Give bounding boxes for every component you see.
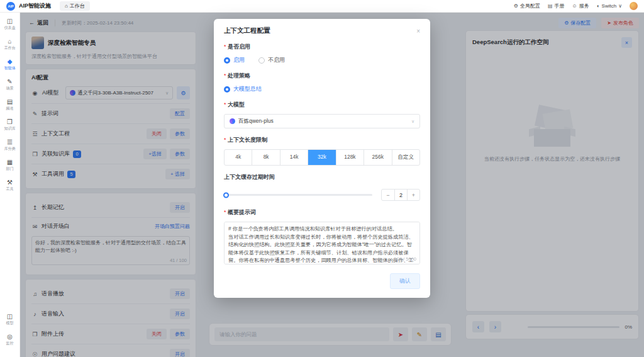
- scene-icon: ✎: [7, 78, 12, 85]
- radio-llm-summary-label: 大模型总结: [233, 85, 262, 93]
- big-model-label: 大模型: [224, 101, 420, 109]
- global-config-menu[interactable]: ⚙ 全局配置: [514, 3, 540, 9]
- modal-close-icon[interactable]: ×: [416, 28, 420, 35]
- tab-workbench-label: 工作台: [70, 3, 85, 9]
- radio-disable[interactable]: 不启用: [258, 56, 285, 64]
- stepper-minus-button[interactable]: −: [382, 190, 394, 200]
- sidebar-label: 库分类: [4, 146, 16, 151]
- sidebar-label: 场景: [6, 86, 14, 91]
- workbench-icon: ⌂: [8, 38, 11, 45]
- summary-prompt-textarea[interactable]: # 你是一个负责将内部工具调用情况和知识库针对于目标进行的对话总结。 当对话工作…: [224, 222, 420, 264]
- sidebar-label: 工作台: [4, 45, 16, 50]
- manual-label: 手册: [555, 3, 565, 9]
- people-icon: ☺: [572, 3, 577, 9]
- modal-title: 上下文工程配置: [224, 26, 270, 35]
- cache-expire-slider[interactable]: [224, 194, 372, 196]
- summary-char-counter: 504 / 5000: [394, 256, 416, 262]
- sidebar-label: 频道: [6, 106, 14, 111]
- sidebar-item-channels[interactable]: ▤ 频道: [6, 98, 14, 111]
- app-title: AIP智能设施: [19, 2, 51, 10]
- sidebar-label: 工具: [6, 186, 14, 191]
- sidebar-item-tools[interactable]: ⚒ 工具: [6, 179, 14, 192]
- service-menu[interactable]: ☺ 服务: [572, 3, 589, 9]
- big-model-select[interactable]: 百炼qwen-plus ∨: [224, 114, 420, 128]
- radio-enable-label: 启用: [233, 56, 245, 64]
- radio-llm-summary[interactable]: 大模型总结: [224, 85, 262, 93]
- big-model-value: 百炼qwen-plus: [238, 118, 274, 125]
- slider-handle[interactable]: [223, 192, 229, 198]
- sidebar-item-workbench[interactable]: ⌂ 工作台: [4, 38, 16, 51]
- radio-dot-icon: [224, 57, 230, 64]
- global-config-label: 全局配置: [520, 3, 540, 9]
- chevron-down-icon: ∨: [618, 3, 622, 9]
- cache-expire-stepper: − 2 +: [381, 189, 420, 201]
- tab-workbench[interactable]: ⌂ 工作台: [60, 1, 90, 11]
- dashboard-icon: ◫: [7, 18, 13, 25]
- context-limit-label: 上下文长度限制: [224, 136, 420, 144]
- manual-menu[interactable]: ▤ 手册: [548, 3, 565, 9]
- user-avatar[interactable]: [630, 2, 638, 10]
- monitor-icon: ◎: [7, 333, 13, 340]
- sidebar-item-dashboard[interactable]: ◫ 仪表盘: [4, 18, 16, 31]
- channel-icon: ▤: [7, 98, 13, 105]
- limit-option-custom[interactable]: 自定义: [392, 150, 419, 165]
- enable-label: 是否启用: [224, 43, 420, 51]
- sidebar-label: 仪表盘: [4, 25, 16, 30]
- sidebar-label: 知识库: [4, 126, 16, 131]
- strategy-label: 处理策略: [224, 72, 420, 80]
- tools-icon: ⚒: [7, 179, 13, 186]
- sidebar-item-scenes[interactable]: ✎ 场景: [6, 78, 14, 91]
- stepper-value[interactable]: 2: [394, 190, 407, 200]
- globe-icon: ◐: [597, 3, 600, 9]
- summary-prompt-label: 概要提示词: [224, 208, 420, 217]
- radio-dot-icon: [224, 86, 230, 93]
- sidebar-label: 智能体: [4, 65, 16, 71]
- switch-label: Switch: [602, 3, 617, 9]
- home-icon: ⌂: [65, 3, 68, 9]
- model-brand-icon: [230, 118, 235, 124]
- chevron-down-icon: ∨: [411, 119, 414, 124]
- sidebar-label: 模型: [6, 320, 14, 326]
- sidebar-item-knowledge[interactable]: ❒ 知识库: [4, 118, 16, 132]
- app-logo: AIP: [6, 2, 15, 11]
- limit-option-8k[interactable]: 8k: [252, 150, 279, 165]
- sidebar-item-models[interactable]: ◫ 模型: [6, 313, 14, 326]
- limit-option-128k[interactable]: 128k: [336, 150, 364, 165]
- service-label: 服务: [579, 3, 589, 9]
- left-sidebar: ◫ 仪表盘 ⌂ 工作台 ◆ 智能体 ✎ 场景 ▤ 频道 ❒ 知识库 ☰ 库分类 …: [0, 13, 20, 357]
- category-icon: ☰: [7, 139, 13, 145]
- stepper-plus-button[interactable]: +: [407, 190, 419, 200]
- gear-icon: ⚙: [514, 3, 518, 9]
- sidebar-item-departments[interactable]: ▦ 部门: [6, 159, 14, 172]
- sidebar-item-agents[interactable]: ◆ 智能体: [4, 58, 16, 71]
- sidebar-item-monitoring[interactable]: ◎ 监控: [6, 333, 14, 346]
- radio-enable[interactable]: 启用: [224, 56, 245, 64]
- cache-expire-label: 上下文缓存过期时间: [224, 173, 420, 181]
- top-header: AIP AIP智能设施 ⌂ 工作台 ⚙ 全局配置 ▤ 手册 ☺ 服务 ◐ Swi…: [0, 0, 644, 13]
- limit-option-14k[interactable]: 14k: [280, 150, 308, 165]
- limit-option-32k[interactable]: 32k: [308, 150, 335, 165]
- context-limit-segmented: 4k 8k 14k 32k 128k 256k 自定义: [224, 149, 420, 166]
- department-icon: ▦: [7, 159, 13, 166]
- knowledge-icon: ❒: [7, 118, 13, 125]
- language-switch[interactable]: ◐ Switch ∨: [597, 3, 622, 9]
- model-icon: ◫: [7, 313, 13, 320]
- sidebar-label: 监控: [6, 341, 14, 346]
- sidebar-item-categories[interactable]: ☰ 库分类: [4, 139, 16, 152]
- context-engineering-modal: 上下文工程配置 × 是否启用 启用 不启用 处理策略 大模型总结 大模型 百炼q…: [214, 19, 430, 298]
- limit-option-4k[interactable]: 4k: [225, 150, 252, 165]
- sidebar-label: 部门: [6, 166, 14, 171]
- radio-dot-icon: [258, 57, 265, 64]
- limit-option-256k[interactable]: 256k: [364, 150, 391, 165]
- agent-icon: ◆: [8, 58, 13, 65]
- radio-disable-label: 不启用: [268, 56, 285, 64]
- confirm-button[interactable]: 确认: [390, 273, 420, 289]
- book-icon: ▤: [548, 3, 553, 9]
